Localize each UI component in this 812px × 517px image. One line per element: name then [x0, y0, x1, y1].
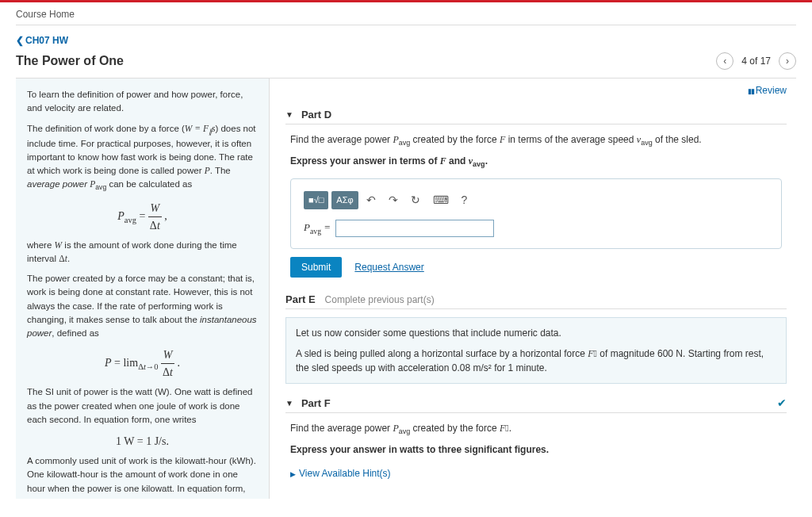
- part-d-body: Find the average power Pavg created by t…: [285, 124, 787, 289]
- answer-box: ■√□ ΑΣφ ↶ ↷ ↻ ⌨ ? Pavg =: [290, 178, 782, 249]
- submit-button[interactable]: Submit: [290, 257, 342, 278]
- intro-p4: The power created by a force may be a co…: [27, 272, 258, 340]
- intro-p1: To learn the definition of power and how…: [27, 88, 258, 116]
- part-e-info: Let us now consider some questions that …: [285, 317, 787, 384]
- formula-pinst: P = limΔt→0 WΔt .: [27, 347, 258, 381]
- undo-icon[interactable]: ↶: [362, 190, 381, 210]
- caret-down-icon: ▼: [285, 110, 293, 119]
- left-panel: To learn the definition of power and how…: [16, 79, 270, 499]
- view-hints-link[interactable]: ▶View Available Hint(s): [290, 466, 391, 481]
- next-button[interactable]: ›: [779, 52, 796, 70]
- intro-p2: The definition of work done by a force (…: [27, 122, 258, 193]
- answer-label: Pavg =: [304, 220, 331, 237]
- part-d-header[interactable]: ▼ Part D: [285, 104, 787, 124]
- formula-watt: 1 W = 1 J/s.: [27, 433, 258, 450]
- answer-input[interactable]: [335, 220, 494, 237]
- answer-toolbar: ■√□ ΑΣφ ↶ ↷ ↻ ⌨ ?: [304, 190, 768, 210]
- reset-icon[interactable]: ↻: [406, 190, 425, 210]
- pager: ‹ 4 of 17 ›: [716, 52, 796, 70]
- right-panel: Review ▼ Part D Find the average power P…: [270, 79, 796, 499]
- back-link[interactable]: ❮CH07 HW: [16, 35, 796, 46]
- symbols-button[interactable]: ΑΣφ: [331, 191, 358, 209]
- intro-p3: where W is the amount of work done durin…: [27, 239, 258, 266]
- part-f-header[interactable]: ▼ Part F ✔: [285, 392, 787, 413]
- review-link[interactable]: Review: [285, 85, 787, 96]
- part-e-header[interactable]: Part E Complete previous part(s): [285, 289, 787, 309]
- redo-icon[interactable]: ↷: [384, 190, 403, 210]
- part-f-label: Part F: [301, 397, 331, 409]
- triangle-right-icon: ▶: [290, 470, 296, 478]
- course-home-link[interactable]: Course Home: [0, 2, 812, 25]
- part-d-label: Part D: [301, 109, 331, 121]
- part-f-body: Find the average power Pavg created by t…: [285, 413, 787, 492]
- part-d-prompt1: Find the average power Pavg created by t…: [290, 132, 782, 149]
- chevron-left-icon: ❮: [16, 35, 24, 46]
- part-e-label: Part E: [285, 293, 316, 305]
- prev-button[interactable]: ‹: [716, 52, 733, 70]
- page-title: The Power of One: [16, 54, 124, 68]
- pager-text: 4 of 17: [741, 56, 771, 67]
- part-f-prompt1: Find the average power Pavg created by t…: [290, 421, 782, 438]
- keyboard-icon[interactable]: ⌨: [428, 190, 454, 210]
- part-e-extra: Complete previous part(s): [325, 294, 435, 305]
- intro-p5: The SI unit of power is the watt (W). On…: [27, 385, 258, 427]
- check-icon: ✔: [777, 396, 787, 409]
- caret-down-icon: ▼: [285, 399, 293, 408]
- request-answer-link[interactable]: Request Answer: [354, 260, 423, 274]
- formula-pavg: Pavg = WΔt ,: [27, 200, 258, 234]
- part-f-prompt2: Express your answer in watts to three si…: [290, 442, 782, 457]
- part-d-prompt2: Express your answer in terms of F and va…: [290, 154, 782, 170]
- help-icon[interactable]: ?: [457, 190, 473, 210]
- intro-p6: A commonly used unit of work is the kilo…: [27, 454, 258, 499]
- back-link-label: CH07 HW: [25, 35, 68, 46]
- templates-button[interactable]: ■√□: [304, 191, 328, 209]
